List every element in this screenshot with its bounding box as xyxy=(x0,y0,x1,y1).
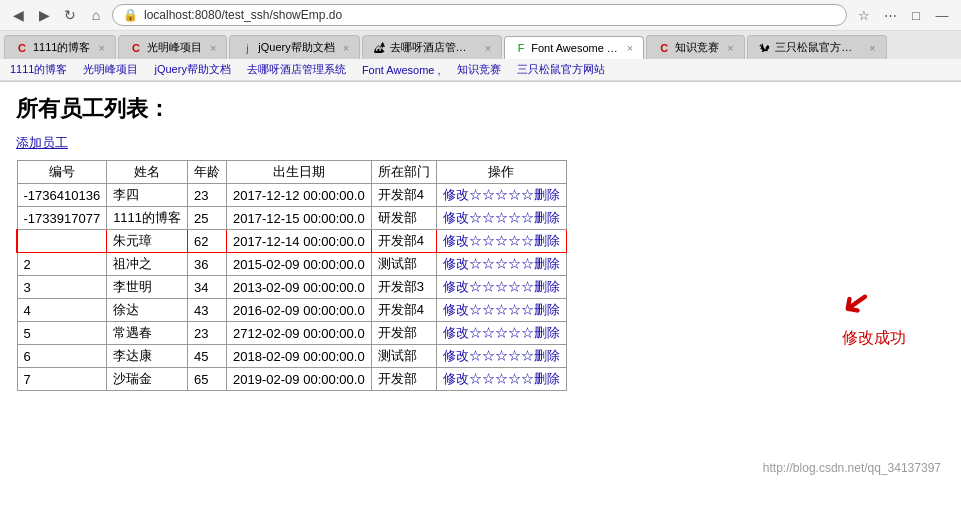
tab-favicon: 🏕 xyxy=(373,41,385,55)
bookmark-item[interactable]: jQuery帮助文档 xyxy=(150,61,234,78)
table-cell: 开发部3 xyxy=(371,276,436,299)
tab-close-button[interactable]: × xyxy=(210,42,216,54)
tab-label: jQuery帮助文档 xyxy=(258,40,334,55)
delete-link[interactable]: 删除 xyxy=(534,325,560,340)
table-row: 4徐达432016-02-09 00:00:00.0开发部4修改☆☆☆☆☆删除 xyxy=(17,299,566,322)
table-cell xyxy=(17,230,107,253)
edit-link[interactable]: 修改 xyxy=(443,256,469,271)
edit-link[interactable]: 修改 xyxy=(443,279,469,294)
table-cell: 25 xyxy=(188,207,227,230)
delete-link[interactable]: 删除 xyxy=(534,256,560,271)
stars-decoration: ☆☆☆☆☆ xyxy=(469,371,534,386)
table-header-cell: 操作 xyxy=(436,161,566,184)
delete-link[interactable]: 删除 xyxy=(534,302,560,317)
bookmark-item[interactable]: Font Awesome , xyxy=(358,63,445,77)
action-cell: 修改☆☆☆☆☆删除 xyxy=(436,207,566,230)
browser-tab[interactable]: C1111的博客× xyxy=(4,35,116,59)
table-cell: 开发部4 xyxy=(371,184,436,207)
stars-decoration: ☆☆☆☆☆ xyxy=(469,187,534,202)
bookmark-item[interactable]: 三只松鼠官方网站 xyxy=(513,61,609,78)
action-cell: 修改☆☆☆☆☆删除 xyxy=(436,276,566,299)
url-text: localhost:8080/test_ssh/showEmp.do xyxy=(144,8,342,22)
table-cell: 徐达 xyxy=(107,299,188,322)
table-row: 2祖冲之362015-02-09 00:00:00.0测试部修改☆☆☆☆☆删除 xyxy=(17,253,566,276)
table-header-cell: 编号 xyxy=(17,161,107,184)
action-cell: 修改☆☆☆☆☆删除 xyxy=(436,368,566,391)
table-cell: 65 xyxy=(188,368,227,391)
table-row: 3李世明342013-02-09 00:00:00.0开发部3修改☆☆☆☆☆删除 xyxy=(17,276,566,299)
table-cell: -1736410136 xyxy=(17,184,107,207)
tab-close-button[interactable]: × xyxy=(627,42,633,54)
tabs-bar: C1111的博客×C光明峰项目×jjQuery帮助文档×🏕去哪呀酒店管理系统×F… xyxy=(0,31,961,59)
bookmark-item[interactable]: 光明峰项目 xyxy=(79,61,142,78)
tab-close-button[interactable]: × xyxy=(869,42,875,54)
home-button[interactable]: ⌂ xyxy=(86,5,106,25)
table-cell: 5 xyxy=(17,322,107,345)
table-cell: 李世明 xyxy=(107,276,188,299)
table-row: -17339170771111的博客252017-12-15 00:00:00.… xyxy=(17,207,566,230)
table-cell: 36 xyxy=(188,253,227,276)
edit-link[interactable]: 修改 xyxy=(443,233,469,248)
employee-table: 编号姓名年龄出生日期所在部门操作 -1736410136李四232017-12-… xyxy=(16,160,567,391)
tab-close-button[interactable]: × xyxy=(343,42,349,54)
table-cell: 2019-02-09 00:00:00.0 xyxy=(227,368,372,391)
table-row: 5常遇春232712-02-09 00:00:00.0开发部修改☆☆☆☆☆删除 xyxy=(17,322,566,345)
edit-link[interactable]: 修改 xyxy=(443,371,469,386)
forward-button[interactable]: ▶ xyxy=(34,5,54,25)
browser-tab[interactable]: 🐿三只松鼠官方网站× xyxy=(747,35,887,59)
browser-tab[interactable]: jjQuery帮助文档× xyxy=(229,35,360,59)
stars-decoration: ☆☆☆☆☆ xyxy=(469,210,534,225)
table-cell: 2018-02-09 00:00:00.0 xyxy=(227,345,372,368)
stars-decoration: ☆☆☆☆☆ xyxy=(469,325,534,340)
tab-close-button[interactable]: × xyxy=(727,42,733,54)
tab-label: 三只松鼠官方网站 xyxy=(775,40,861,55)
delete-link[interactable]: 删除 xyxy=(534,348,560,363)
back-button[interactable]: ◀ xyxy=(8,5,28,25)
tab-close-button[interactable]: × xyxy=(98,42,104,54)
tab-label: Font Awesome , —... xyxy=(531,42,619,54)
table-cell: 朱元璋 xyxy=(107,230,188,253)
bookmark-item[interactable]: 1111的博客 xyxy=(6,61,71,78)
browser-tab[interactable]: C知识竞赛× xyxy=(646,35,744,59)
edit-link[interactable]: 修改 xyxy=(443,187,469,202)
table-row: 7沙瑞金652019-02-09 00:00:00.0开发部修改☆☆☆☆☆删除 xyxy=(17,368,566,391)
table-cell: 测试部 xyxy=(371,345,436,368)
edit-link[interactable]: 修改 xyxy=(443,302,469,317)
browser-tab[interactable]: 🏕去哪呀酒店管理系统× xyxy=(362,35,502,59)
table-cell: 开发部4 xyxy=(371,230,436,253)
table-row: -1736410136李四232017-12-12 00:00:00.0开发部4… xyxy=(17,184,566,207)
bookmarks-bar: 1111的博客光明峰项目jQuery帮助文档去哪呀酒店管理系统Font Awes… xyxy=(0,59,961,81)
delete-link[interactable]: 删除 xyxy=(534,187,560,202)
edit-link[interactable]: 修改 xyxy=(443,325,469,340)
table-cell: 7 xyxy=(17,368,107,391)
stars-decoration: ☆☆☆☆☆ xyxy=(469,233,534,248)
table-cell: 李达康 xyxy=(107,345,188,368)
more-options-icon[interactable]: ⋯ xyxy=(879,4,901,26)
table-cell: 2017-12-14 00:00:00.0 xyxy=(227,230,372,253)
tab-favicon: C xyxy=(657,41,671,55)
browser-tab[interactable]: FFont Awesome , —...× xyxy=(504,36,644,59)
bookmark-item[interactable]: 知识竞赛 xyxy=(453,61,505,78)
window-icon[interactable]: □ xyxy=(905,4,927,26)
tab-close-button[interactable]: × xyxy=(485,42,491,54)
browser-tab[interactable]: C光明峰项目× xyxy=(118,35,227,59)
edit-link[interactable]: 修改 xyxy=(443,210,469,225)
tab-label: 1111的博客 xyxy=(33,40,90,55)
minimize-icon[interactable]: — xyxy=(931,4,953,26)
table-header-cell: 所在部门 xyxy=(371,161,436,184)
edit-link[interactable]: 修改 xyxy=(443,348,469,363)
table-cell: 62 xyxy=(188,230,227,253)
bookmark-star-icon[interactable]: ☆ xyxy=(853,4,875,26)
delete-link[interactable]: 删除 xyxy=(534,279,560,294)
address-bar[interactable]: 🔒 localhost:8080/test_ssh/showEmp.do xyxy=(112,4,847,26)
table-cell: 34 xyxy=(188,276,227,299)
delete-link[interactable]: 删除 xyxy=(534,210,560,225)
delete-link[interactable]: 删除 xyxy=(534,371,560,386)
bookmark-item[interactable]: 去哪呀酒店管理系统 xyxy=(243,61,350,78)
table-cell: 2 xyxy=(17,253,107,276)
add-employee-link[interactable]: 添加员工 xyxy=(16,134,68,152)
refresh-button[interactable]: ↻ xyxy=(60,5,80,25)
delete-link[interactable]: 删除 xyxy=(534,233,560,248)
table-row: 6李达康452018-02-09 00:00:00.0测试部修改☆☆☆☆☆删除 xyxy=(17,345,566,368)
tab-label: 去哪呀酒店管理系统 xyxy=(390,40,477,55)
